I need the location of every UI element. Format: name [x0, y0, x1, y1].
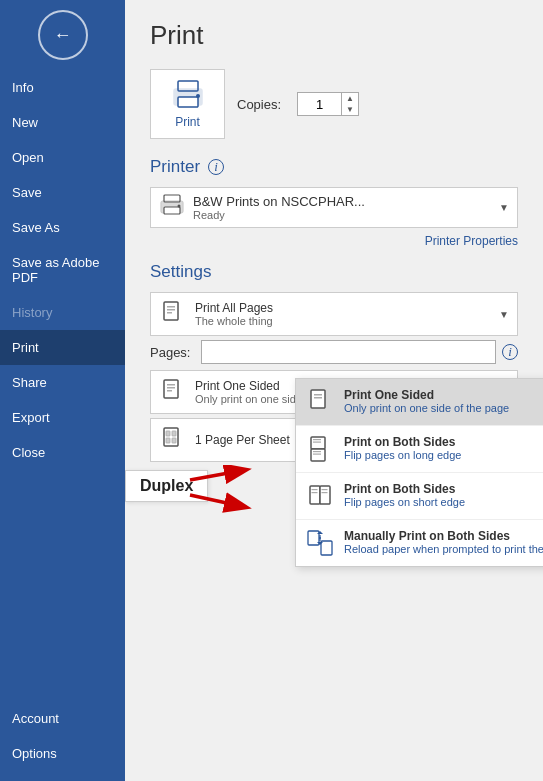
copies-input[interactable]: [297, 92, 342, 116]
pages-input[interactable]: [201, 340, 496, 364]
pages-doc-icon: [162, 301, 184, 327]
svg-rect-9: [167, 306, 175, 308]
printer-heading: Printer i: [150, 157, 518, 177]
sidebar-item-print-label: Print: [12, 340, 39, 355]
svg-rect-39: [172, 438, 176, 443]
copies-input-wrap: ▲ ▼: [297, 92, 359, 116]
settings-heading: Settings: [150, 262, 518, 282]
copies-row: Print Copies: ▲ ▼: [150, 69, 518, 139]
duplex-icon: [159, 378, 187, 406]
duplex-tooltip-area: Duplex: [125, 470, 208, 502]
sidebar-item-history: History: [0, 295, 125, 330]
svg-rect-12: [164, 380, 178, 398]
page-title: Print: [150, 20, 518, 51]
popup-item-manual[interactable]: Manually Print on Both Sides Reload pape…: [296, 520, 543, 566]
popup-manual-icon: [306, 529, 334, 557]
svg-rect-27: [312, 489, 318, 490]
svg-rect-30: [322, 492, 328, 493]
sidebar-item-new-label: New: [12, 115, 38, 130]
svg-rect-14: [167, 387, 175, 389]
copies-decrement[interactable]: ▼: [342, 104, 358, 115]
print-pages-text: Print All Pages The whole thing: [195, 301, 493, 327]
svg-rect-13: [167, 384, 175, 386]
svg-rect-37: [172, 431, 176, 436]
pages-info-icon[interactable]: i: [502, 344, 518, 360]
sidebar-item-options[interactable]: Options: [0, 736, 125, 771]
popup-manual-main: Manually Print on Both Sides: [344, 529, 543, 543]
copies-increment[interactable]: ▲: [342, 93, 358, 104]
svg-rect-15: [167, 390, 172, 392]
account-label: Account: [12, 711, 59, 726]
sidebar-item-share-label: Share: [12, 375, 47, 390]
svg-point-3: [196, 94, 200, 98]
sidebar-item-export-label: Export: [12, 410, 50, 425]
popup-both-short-text: Print on Both Sides Flip pages on short …: [344, 482, 543, 508]
printer-name: B&W Prints on NSCCPHAR...: [193, 194, 493, 209]
popup-both-short-icon: [306, 482, 334, 510]
svg-rect-29: [322, 489, 328, 490]
sidebar-item-account[interactable]: Account: [0, 701, 125, 736]
sidebar-item-savepdf[interactable]: Save as Adobe PDF: [0, 245, 125, 295]
popup-both-long-sub: Flip pages on long edge: [344, 449, 543, 461]
svg-rect-25: [310, 486, 320, 504]
popup-manual-sub: Reload paper when prompted to print the …: [344, 543, 543, 555]
printer-properties-link[interactable]: Printer Properties: [150, 234, 518, 248]
copies-spinner: ▲ ▼: [342, 92, 359, 116]
popup-both-short-main: Print on Both Sides: [344, 482, 543, 496]
popup-item-both-short[interactable]: Print on Both Sides Flip pages on short …: [296, 473, 543, 520]
sidebar-item-share[interactable]: Share: [0, 365, 125, 400]
svg-rect-23: [313, 451, 321, 452]
printer-small-icon: [159, 194, 185, 216]
printer-icon: [170, 79, 206, 111]
sidebar-item-saveas[interactable]: Save As: [0, 210, 125, 245]
popup-item-one-sided[interactable]: Print One Sided Only print on one side o…: [296, 379, 543, 426]
sidebar-item-save[interactable]: Save: [0, 175, 125, 210]
sidebar-item-export[interactable]: Export: [0, 400, 125, 435]
popup-both-long-icon: [306, 435, 334, 463]
svg-rect-26: [320, 486, 330, 504]
popup-item-both-long[interactable]: Print on Both Sides Flip pages on long e…: [296, 426, 543, 473]
popup-one-sided-main: Print One Sided: [344, 388, 543, 402]
svg-rect-36: [166, 431, 170, 436]
svg-rect-38: [166, 438, 170, 443]
printer-dropdown[interactable]: B&W Prints on NSCCPHAR... Ready ▼: [150, 187, 518, 228]
printer-dropdown-arrow: ▼: [499, 202, 509, 213]
sidebar-item-saveas-label: Save As: [12, 220, 60, 235]
popup-both-short-sub: Flip pages on short edge: [344, 496, 543, 508]
printer-device-icon: [159, 194, 185, 221]
print-pages-icon: [159, 300, 187, 328]
print-pages-arrow: ▼: [499, 309, 509, 320]
popup-one-sided-text: Print One Sided Only print on one side o…: [344, 388, 543, 414]
svg-rect-32: [321, 541, 332, 555]
svg-rect-20: [311, 449, 325, 461]
svg-rect-6: [164, 207, 180, 214]
svg-rect-16: [311, 390, 325, 408]
main-content: Print Print Copies: ▲ ▼ Printer i: [125, 0, 543, 781]
popup-manual-text: Manually Print on Both Sides Reload pape…: [344, 529, 543, 555]
sidebar-item-info[interactable]: Info: [0, 70, 125, 105]
printer-section-title: Printer: [150, 157, 200, 177]
svg-rect-21: [313, 439, 321, 440]
sidebar-item-savepdf-label: Save as Adobe PDF: [12, 255, 113, 285]
popup-both-long-main: Print on Both Sides: [344, 435, 543, 449]
print-pages-main: Print All Pages: [195, 301, 493, 315]
sidebar-item-save-label: Save: [12, 185, 42, 200]
manual-doc-icon: [307, 530, 333, 556]
svg-rect-18: [314, 397, 322, 399]
popup-one-sided-icon: [306, 388, 334, 416]
svg-rect-19: [311, 437, 325, 449]
svg-rect-8: [164, 302, 178, 320]
sidebar-item-print[interactable]: Print: [0, 330, 125, 365]
sidebar-item-new[interactable]: New: [0, 105, 125, 140]
copies-label: Copies:: [237, 97, 281, 112]
popup-both-long-text: Print on Both Sides Flip pages on long e…: [344, 435, 543, 461]
printer-info-icon[interactable]: i: [208, 159, 224, 175]
print-button-label[interactable]: Print: [175, 115, 200, 129]
print-pages-dropdown[interactable]: Print All Pages The whole thing ▼: [150, 292, 518, 336]
both-long-doc-icon: [309, 436, 331, 462]
sidebar-item-open[interactable]: Open: [0, 140, 125, 175]
sidebar-item-close[interactable]: Close: [0, 435, 125, 470]
back-button[interactable]: ←: [38, 10, 88, 60]
svg-point-7: [178, 205, 181, 208]
pages-row: Pages: i: [150, 340, 518, 364]
